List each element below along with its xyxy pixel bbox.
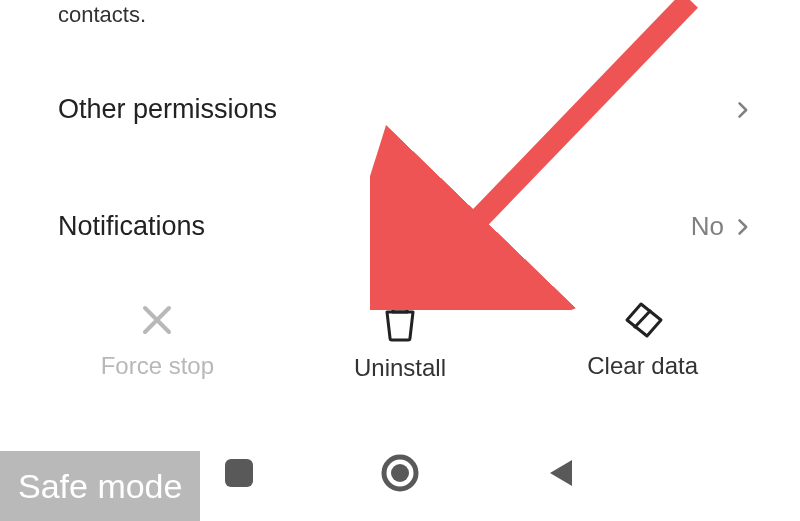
row-value: No <box>691 211 724 242</box>
nav-recent-button[interactable] <box>222 456 256 494</box>
action-label: Uninstall <box>354 354 446 382</box>
action-bar: Force stop Uninstall Clear data <box>0 300 800 382</box>
row-right <box>732 100 752 120</box>
svg-marker-8 <box>550 460 572 486</box>
nav-home-button[interactable] <box>380 453 420 497</box>
action-label: Clear data <box>587 352 698 380</box>
row-other-permissions[interactable]: Other permissions <box>58 94 752 125</box>
trash-icon <box>379 300 421 342</box>
annotation-arrow <box>370 0 710 310</box>
nav-back-button[interactable] <box>544 456 578 494</box>
square-icon <box>222 456 256 490</box>
svg-point-7 <box>391 464 409 482</box>
row-right: No <box>691 211 752 242</box>
svg-line-2 <box>634 310 651 328</box>
close-icon <box>137 300 177 340</box>
triangle-left-icon <box>544 456 578 490</box>
row-notifications[interactable]: Notifications No <box>58 211 752 242</box>
action-label: Force stop <box>101 352 214 380</box>
chevron-right-icon <box>732 217 752 237</box>
safe-mode-badge: Safe mode <box>0 451 200 521</box>
row-title: Notifications <box>58 211 205 242</box>
uninstall-button[interactable]: Uninstall <box>300 300 500 382</box>
circle-icon <box>380 453 420 493</box>
permissions-description-fragment: contacts. <box>58 2 146 28</box>
clear-data-button[interactable]: Clear data <box>543 300 743 380</box>
chevron-right-icon <box>732 100 752 120</box>
eraser-icon <box>621 300 665 340</box>
row-title: Other permissions <box>58 94 277 125</box>
svg-rect-5 <box>225 459 253 487</box>
force-stop-button[interactable]: Force stop <box>57 300 257 380</box>
